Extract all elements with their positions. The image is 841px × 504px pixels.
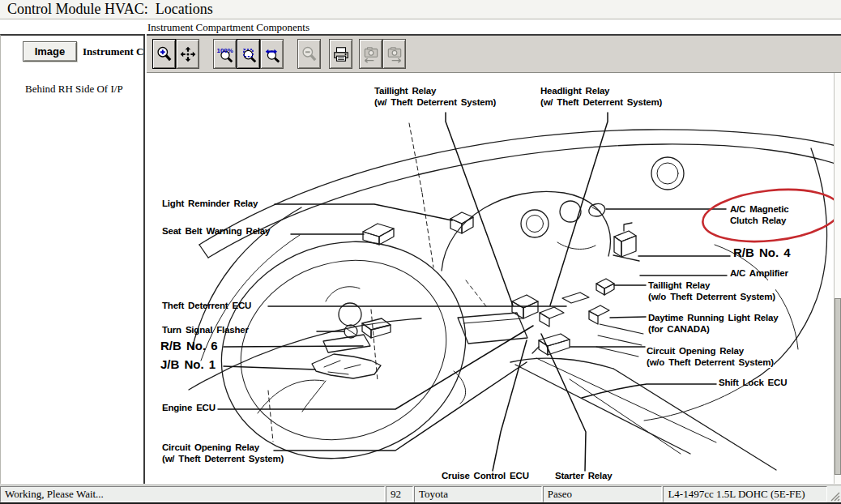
app-window: Control Module HVAC: Locations Instrumen… (0, 0, 841, 504)
zoom-width-button[interactable] (260, 39, 284, 69)
subtitle-bar: Instrument Compartment Components (0, 20, 841, 34)
magnifier-fit-icon (240, 45, 258, 63)
magnifier-100-icon: 100% (216, 45, 234, 63)
zoom-100-icon-text: 100% (216, 46, 233, 53)
diagram-label-ac-magnetic-clutch-relay: A/C Magnetic Clutch Relay (730, 204, 788, 226)
resize-grip-icon (829, 490, 840, 502)
diagram-label-daytime-running-light-relay: Daytime Running Light Relay (for CANADA) (648, 313, 778, 335)
prev-image-button[interactable] (359, 39, 382, 69)
diagram-label-rb-no-6: R/B No. 6 (160, 340, 218, 352)
sidebar: Image Instrument C Behind RH Side Of I/P (0, 34, 145, 484)
status-model: Paseo (543, 486, 663, 502)
diagram-subtitle: Instrument Compartment Components (147, 21, 310, 34)
image-tab-button[interactable]: Image (23, 41, 77, 62)
camera-left-icon (362, 45, 380, 63)
print-button[interactable] (329, 39, 352, 69)
diagram-label-starter-relay: Starter Relay (555, 471, 612, 482)
zoom-out-button[interactable] (297, 39, 321, 69)
pan-button[interactable] (176, 39, 199, 69)
magnifier-plus-icon (156, 45, 173, 63)
diagram-label-circuit-opening-relay-wo-tds: Circuit Opening Relay (w/o Theft Deterre… (647, 346, 774, 368)
tab-caption-instrument[interactable]: Instrument C (83, 45, 144, 58)
diagram-label-taillight-relay-wo-tds: Taillight Relay (w/o Theft Deterrent Sys… (648, 280, 775, 302)
pan-arrows-icon (179, 45, 197, 63)
image-toolbar: 100% (147, 34, 841, 73)
magnifier-width-icon (263, 45, 281, 63)
printer-icon (332, 45, 350, 63)
diagram-label-theft-deterrent-ecu: Theft Deterrent ECU (162, 301, 251, 312)
diagram-label-rb-no-4: R/B No. 4 (733, 246, 791, 259)
diagram-label-headlight-relay-w-tds: Headlight Relay (w/ Theft Deterrent Syst… (540, 86, 662, 108)
diagram-label-light-reminder-relay: Light Reminder Relay (162, 199, 258, 210)
zoom-in-button[interactable] (152, 39, 176, 69)
zoom-fit-button[interactable] (237, 39, 260, 69)
diagram-label-turn-signal-flasher: Turn Signal Flasher (162, 325, 249, 336)
camera-right-icon (386, 45, 403, 63)
diagram-label-ac-amplifier: A/C Amplifier (730, 268, 788, 280)
page-title: Control Module HVAC: Locations (0, 0, 841, 19)
vertical-scrollbar[interactable] (834, 73, 841, 484)
zoom-100-button[interactable]: 100% (213, 39, 237, 69)
status-make: Toyota (414, 486, 542, 502)
status-message: Working, Please Wait... (0, 486, 385, 502)
next-image-button[interactable] (382, 39, 406, 69)
diagram-label-taillight-relay-w-tds: Taillight Relay (w/ Theft Deterrent Syst… (374, 86, 496, 108)
status-bar: Working, Please Wait... 92 Toyota Paseo … (0, 485, 841, 502)
diagram-image-pane[interactable]: Taillight Relay (w/ Theft Deterrent Syst… (147, 73, 841, 484)
diagram-label-jb-no-1: J/B No. 1 (160, 358, 216, 371)
diagram-label-engine-ecu: Engine ECU (162, 403, 216, 414)
diagram-label-cruise-control-ecu: Cruise Control ECU (442, 471, 529, 482)
diagram-label-shift-lock-ecu: Shift Lock ECU (719, 378, 787, 389)
diagram-label-seat-belt-warning-relay: Seat Belt Warning Relay (162, 226, 270, 237)
status-code: 92 (386, 486, 413, 502)
window-resize-grip[interactable] (828, 486, 841, 502)
diagram-label-circuit-opening-relay-w-tds: Circuit Opening Relay (w/ Theft Deterren… (162, 442, 284, 464)
status-engine: L4-1497cc 1.5L DOHC (5E-FE) (663, 486, 827, 502)
location-note: Behind RH Side Of I/P (25, 83, 123, 96)
scrollbar-thumb[interactable] (835, 298, 841, 475)
magnifier-minus-icon (301, 45, 318, 63)
